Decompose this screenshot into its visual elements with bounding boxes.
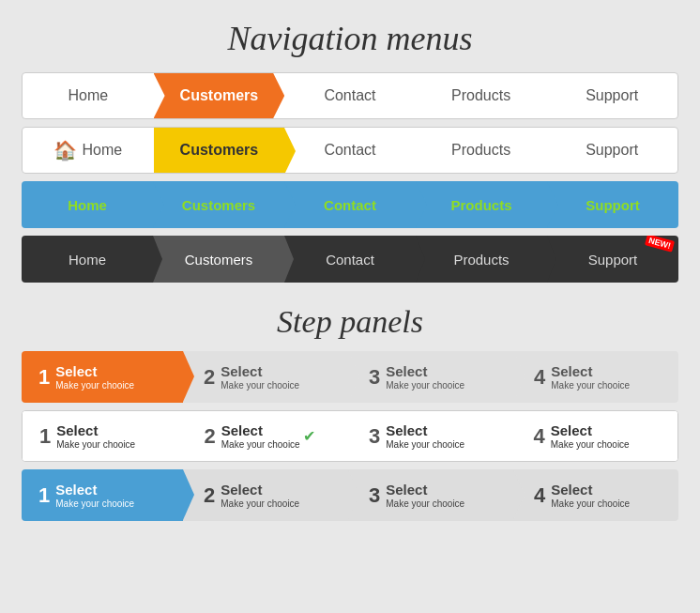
page-title: Navigation menus xyxy=(228,19,473,58)
step3-title1: Select xyxy=(55,482,134,498)
step2-text1: Select Make your chooice xyxy=(56,422,135,451)
step1-text1: Select Make your chooice xyxy=(55,363,134,391)
nav-bar-3: Home Customers Contact Products Support xyxy=(22,181,678,228)
nav2-support[interactable]: Support xyxy=(546,128,677,173)
nav1-products[interactable]: Products xyxy=(416,73,547,118)
step2-text4: Select Make your chooice xyxy=(551,422,630,451)
step3-title2: Select xyxy=(221,482,299,498)
step1-num4: 4 xyxy=(534,367,545,388)
step2-title4: Select xyxy=(551,422,630,439)
step2-sub2: Make your chooice xyxy=(221,439,300,451)
step1-sub3: Make your chooice xyxy=(386,380,464,391)
nav2-products[interactable]: Products xyxy=(416,128,547,173)
step1-num1: 1 xyxy=(38,367,50,388)
step3-title4: Select xyxy=(551,482,630,498)
step1-text3: Select Make your chooice xyxy=(386,363,464,391)
step3-text3: Select Make your chooice xyxy=(386,482,464,510)
step3-item3[interactable]: 3 Select Make your chooice xyxy=(348,469,513,521)
step3-text2: Select Make your chooice xyxy=(221,482,299,510)
step1-title1: Select xyxy=(55,363,134,380)
step1-item4[interactable]: 4 Select Make your chooice xyxy=(513,351,678,403)
nav4-support[interactable]: Support NEW! xyxy=(547,236,678,283)
step-panel-1: 1 Select Make your chooice 2 Select Make… xyxy=(22,351,678,403)
step2-text3: Select Make your chooice xyxy=(386,422,464,451)
step1-item3[interactable]: 3 Select Make your chooice xyxy=(348,351,513,403)
step1-sub4: Make your chooice xyxy=(551,380,630,391)
nav3-home[interactable]: Home xyxy=(22,181,153,228)
step1-text2: Select Make your chooice xyxy=(221,363,299,391)
nav1-support[interactable]: Support xyxy=(546,73,677,118)
step2-num1: 1 xyxy=(39,426,51,447)
step-panel-3: 1 Select Make your chooice 2 Select Make… xyxy=(22,469,678,521)
step3-item4[interactable]: 4 Select Make your chooice xyxy=(513,469,678,521)
step2-item2[interactable]: 2 Select Make your chooice ✔ xyxy=(184,411,349,461)
nav-bar-4: Home Customers Contact Products Support … xyxy=(22,236,678,283)
step1-item1[interactable]: 1 Select Make your chooice xyxy=(22,351,183,403)
step2-title1: Select xyxy=(56,422,135,439)
step1-num3: 3 xyxy=(369,367,380,388)
nav-bar-1: Home Customers Contact Products Support xyxy=(22,72,678,119)
nav4-contact[interactable]: Contact xyxy=(284,236,416,283)
step3-text4: Select Make your chooice xyxy=(551,482,630,510)
nav1-home[interactable]: Home xyxy=(23,73,154,118)
step2-sub4: Make your chooice xyxy=(551,439,630,451)
nav3-contact[interactable]: Contact xyxy=(284,181,416,228)
new-badge: NEW! xyxy=(645,236,675,253)
step3-sub1: Make your chooice xyxy=(55,498,134,510)
nav4-products[interactable]: Products xyxy=(416,236,547,283)
nav-bar-2: 🏠 Home Customers Contact Products Suppor… xyxy=(22,127,678,174)
step2-text2: Select Make your chooice xyxy=(221,422,300,451)
nav4-customers[interactable]: Customers xyxy=(153,236,284,283)
step3-sub3: Make your chooice xyxy=(386,498,464,510)
nav2-home[interactable]: 🏠 Home xyxy=(23,128,154,173)
step2-item1[interactable]: 1 Select Make your chooice xyxy=(23,411,184,461)
step3-num2: 2 xyxy=(204,485,215,506)
nav1-customers[interactable]: Customers xyxy=(154,73,285,118)
nav1-contact[interactable]: Contact xyxy=(284,73,416,118)
step2-sub1: Make your chooice xyxy=(56,439,135,451)
home-icon: 🏠 xyxy=(53,139,77,161)
step2-item4[interactable]: 4 Select Make your chooice xyxy=(513,411,678,461)
step-panel-2: 1 Select Make your chooice 2 Select Make… xyxy=(22,410,678,462)
step2-title2: Select xyxy=(221,422,300,439)
step2-sub3: Make your chooice xyxy=(386,439,464,451)
step2-title3: Select xyxy=(386,422,464,439)
step3-item1[interactable]: 1 Select Make your chooice xyxy=(22,469,183,521)
step2-num3: 3 xyxy=(369,426,380,447)
step3-sub2: Make your chooice xyxy=(221,498,299,510)
step1-title4: Select xyxy=(551,363,630,380)
nav3-customers[interactable]: Customers xyxy=(153,181,284,228)
checkmark-icon: ✔ xyxy=(303,427,315,445)
step1-sub2: Make your chooice xyxy=(221,380,299,391)
nav2-contact[interactable]: Contact xyxy=(284,128,416,173)
step3-num3: 3 xyxy=(369,485,380,506)
nav4-home[interactable]: Home xyxy=(22,236,153,283)
nav3-support[interactable]: Support xyxy=(547,181,678,228)
section-title: Step panels xyxy=(277,304,423,340)
nav3-products[interactable]: Products xyxy=(416,181,547,228)
step2-item3[interactable]: 3 Select Make your chooice xyxy=(348,411,513,461)
step2-num2: 2 xyxy=(205,426,216,447)
step1-sub1: Make your chooice xyxy=(55,380,134,391)
step2-num4: 4 xyxy=(534,426,545,447)
step3-item2[interactable]: 2 Select Make your chooice xyxy=(183,469,348,521)
step1-title2: Select xyxy=(221,363,299,380)
step1-title3: Select xyxy=(386,363,464,380)
step1-num2: 2 xyxy=(204,367,215,388)
step3-text1: Select Make your chooice xyxy=(55,482,134,510)
step3-title3: Select xyxy=(386,482,464,498)
nav2-customers[interactable]: Customers xyxy=(154,128,285,173)
step3-num1: 1 xyxy=(38,485,50,506)
step3-num4: 4 xyxy=(534,485,545,506)
step3-sub4: Make your chooice xyxy=(551,498,630,510)
step1-text4: Select Make your chooice xyxy=(551,363,630,391)
step1-item2[interactable]: 2 Select Make your chooice xyxy=(183,351,348,403)
